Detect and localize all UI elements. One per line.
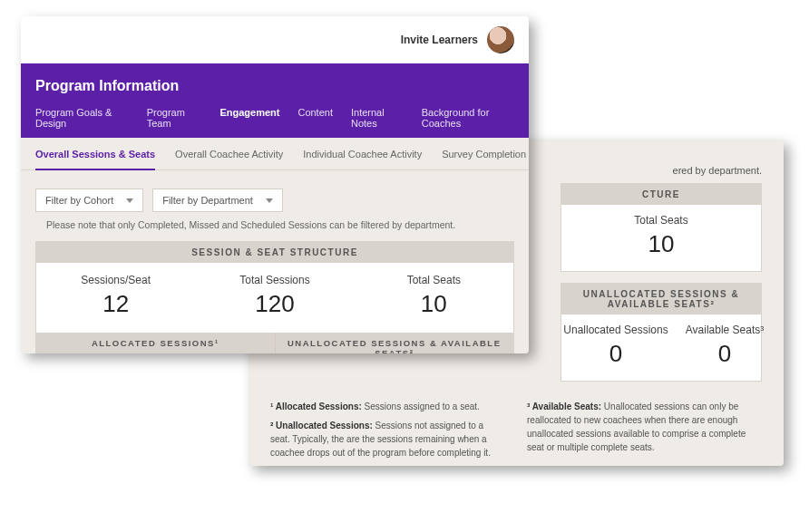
footnote-1-label: ¹ Allocated Sessions: <box>270 401 362 411</box>
unallocated-header: UNALLOCATED SESSIONS & AVAILABLE SEATS² <box>276 333 514 353</box>
total-seats-col: Total Seats 10 <box>379 274 488 318</box>
filter-department-label: Filter by Department <box>162 195 253 206</box>
subtab-overall-sessions[interactable]: Overall Sessions & Seats <box>35 149 155 170</box>
total-sessions-col: Total Sessions 120 <box>220 274 329 318</box>
structure-box-back: CTURE Total Seats 10 <box>560 183 762 272</box>
subtab-overall-coachee[interactable]: Overall Coachee Activity <box>175 149 283 169</box>
stat-value: 10 <box>379 290 488 318</box>
front-card: Invite Learners Program Information Prog… <box>21 16 529 353</box>
stat-label: Total Sessions <box>220 274 329 286</box>
unallocated-sessions-col: Unallocated Sessions 0 <box>561 324 670 368</box>
stat-value: 120 <box>220 290 329 318</box>
filter-row: Filter by Cohort Filter by Department <box>21 170 529 219</box>
footnote-3-label: ³ Available Seats: <box>527 401 601 411</box>
top-bar: Invite Learners <box>21 16 529 63</box>
structure-header: SESSION & SEAT STRUCTURE <box>36 242 513 263</box>
page-title: Program Information <box>35 78 514 94</box>
tab-content[interactable]: Content <box>297 107 333 138</box>
footnote-2-label: ² Unallocated Sessions: <box>270 421 373 430</box>
chevron-down-icon <box>126 198 133 203</box>
stat-value: 10 <box>607 230 716 258</box>
stat-value: 0 <box>670 340 779 368</box>
stat-value: 0 <box>561 340 670 368</box>
footnote-1-text: Sessions assigned to a seat. <box>362 401 480 411</box>
filter-cohort-label: Filter by Cohort <box>45 195 113 206</box>
tab-internal-notes[interactable]: Internal Notes <box>351 107 404 138</box>
filter-note: Please note that only Completed, Missed … <box>21 219 529 241</box>
stat-label: Sessions/Seat <box>62 274 171 286</box>
sub-tabs: Overall Sessions & Seats Overall Coachee… <box>21 138 529 170</box>
filter-cohort-dropdown[interactable]: Filter by Cohort <box>35 189 143 212</box>
total-seats-col: Total Seats 10 <box>607 214 716 258</box>
invite-learners-button[interactable]: Invite Learners <box>401 34 478 46</box>
structure-header-fragment: CTURE <box>561 184 761 205</box>
structure-box-front: SESSION & SEAT STRUCTURE Sessions/Seat 1… <box>35 241 514 353</box>
avatar[interactable] <box>487 26 514 53</box>
subtab-individual-coachee[interactable]: Individual Coachee Activity <box>303 149 422 169</box>
header-bar: Program Information Program Goals & Desi… <box>21 63 529 138</box>
tab-program-team[interactable]: Program Team <box>147 107 202 138</box>
chevron-down-icon <box>266 198 273 203</box>
filter-department-dropdown[interactable]: Filter by Department <box>152 189 283 212</box>
stat-label: Total Seats <box>607 214 716 227</box>
tab-background-coaches[interactable]: Background for Coaches <box>422 107 514 138</box>
subtab-survey-completion[interactable]: Survey Completion Status <box>442 149 529 169</box>
available-seats-col: Available Seats³ 0 <box>670 324 779 368</box>
unallocated-header: UNALLOCATED SESSIONS & AVAILABLE SEATS² <box>561 284 761 314</box>
tab-engagement[interactable]: Engagement <box>219 107 279 138</box>
unallocated-box-back: UNALLOCATED SESSIONS & AVAILABLE SEATS² … <box>560 283 762 382</box>
allocation-headers: ALLOCATED SESSIONS¹ UNALLOCATED SESSIONS… <box>36 333 513 353</box>
sessions-per-seat-col: Sessions/Seat 12 <box>62 274 171 318</box>
stat-label: Unallocated Sessions <box>561 324 670 336</box>
stat-value: 12 <box>62 290 171 318</box>
main-tabs: Program Goals & Design Program Team Enga… <box>35 107 514 138</box>
tab-program-goals[interactable]: Program Goals & Design <box>35 107 129 138</box>
allocated-header: ALLOCATED SESSIONS¹ <box>36 333 276 353</box>
stat-label: Available Seats³ <box>670 324 779 336</box>
stat-label: Total Seats <box>379 274 488 286</box>
footnotes: ¹ Allocated Sessions: Sessions assigned … <box>270 400 762 459</box>
